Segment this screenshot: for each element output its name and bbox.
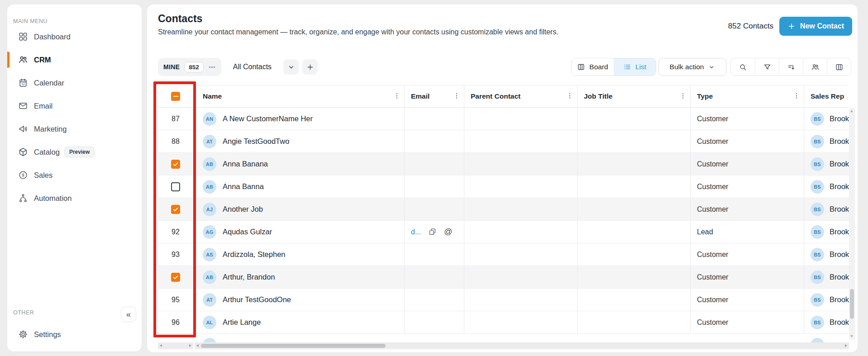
row-select-cell[interactable]: 87 xyxy=(158,108,194,130)
email-cell[interactable] xyxy=(405,266,464,288)
sidebar-item-crm[interactable]: CRM xyxy=(12,50,137,70)
table-row[interactable]: 95 AT Arthur TestGoodOne Customer BS Bro… xyxy=(158,289,849,311)
job-title-cell[interactable] xyxy=(577,243,691,266)
sidebar-item-email[interactable]: Email xyxy=(12,96,137,116)
more-options-icon[interactable] xyxy=(208,63,216,71)
copy-icon[interactable] xyxy=(428,228,437,236)
email-cell[interactable] xyxy=(405,130,464,152)
job-title-cell[interactable] xyxy=(577,266,691,288)
contact-name-cell[interactable]: AB Anna Banna xyxy=(194,176,405,198)
collection-dropdown-button[interactable] xyxy=(283,59,299,75)
column-header-name[interactable]: Name xyxy=(194,85,405,107)
list-view-tab[interactable]: List xyxy=(614,58,656,76)
sales-rep-cell[interactable]: BS Brook xyxy=(804,176,849,198)
column-header-type[interactable]: Type xyxy=(691,85,804,107)
type-cell[interactable]: Customer xyxy=(691,266,804,288)
sales-rep-cell[interactable]: BS Brook xyxy=(804,289,849,311)
type-cell[interactable]: Customer xyxy=(691,289,804,311)
parent-contact-cell[interactable] xyxy=(464,176,577,198)
row-select-cell[interactable]: 88 xyxy=(158,130,194,152)
job-title-cell[interactable] xyxy=(577,311,691,333)
contact-name-cell[interactable]: AS Ardizzola, Stephen xyxy=(194,243,405,266)
row-select-cell[interactable] xyxy=(158,266,194,288)
row-checkbox-checked[interactable] xyxy=(171,273,180,282)
job-title-cell[interactable] xyxy=(577,176,691,198)
email-cell[interactable] xyxy=(405,153,464,175)
type-cell[interactable]: Lead xyxy=(691,221,804,243)
sidebar-item-settings[interactable]: Settings xyxy=(12,324,137,344)
bulk-action-button[interactable]: Bulk action xyxy=(658,58,726,76)
email-cell[interactable] xyxy=(405,243,464,266)
parent-contact-cell[interactable] xyxy=(464,130,577,152)
contact-name-cell[interactable]: AJ Another Job xyxy=(194,198,405,220)
contact-name-cell[interactable]: AT Angie TestGoodTwo xyxy=(194,130,405,152)
type-cell[interactable]: Customer xyxy=(691,176,804,198)
column-header-email[interactable]: Email xyxy=(405,85,464,107)
sidebar-item-calendar[interactable]: 12 Calendar xyxy=(12,73,137,93)
column-menu-icon[interactable] xyxy=(793,92,800,100)
row-select-cell[interactable] xyxy=(158,198,194,220)
parent-contact-cell[interactable] xyxy=(464,243,577,266)
view-tab-mine[interactable]: MINE 852 xyxy=(158,58,221,76)
sales-rep-cell[interactable]: BS Brook xyxy=(804,108,849,130)
row-select-cell[interactable]: 96 xyxy=(158,311,194,333)
sidebar-item-dashboard[interactable]: Dashboard xyxy=(12,27,137,47)
job-title-cell[interactable] xyxy=(577,198,691,220)
parent-contact-cell[interactable] xyxy=(464,198,577,220)
collection-selector[interactable]: All Contacts xyxy=(233,63,272,71)
scroll-left-arrow[interactable] xyxy=(160,344,162,347)
email-cell[interactable] xyxy=(405,289,464,311)
contact-name-cell[interactable]: AB Anna Banana xyxy=(194,153,405,175)
board-view-tab[interactable]: Board xyxy=(572,58,614,76)
column-menu-icon[interactable] xyxy=(453,92,460,100)
sales-rep-cell[interactable]: BS Brook xyxy=(804,130,849,152)
sort-button[interactable] xyxy=(779,58,803,76)
table-row[interactable]: AJ Another Job Customer BS Brook xyxy=(158,198,849,221)
search-button[interactable] xyxy=(731,58,755,76)
sales-rep-cell[interactable]: BS Brook xyxy=(804,153,849,175)
type-cell[interactable]: Customer xyxy=(691,130,804,152)
row-select-cell[interactable]: 95 xyxy=(158,289,194,311)
table-row[interactable]: AB Anna Banna Customer BS Brook xyxy=(158,176,849,198)
parent-contact-cell[interactable] xyxy=(464,221,577,243)
horizontal-scrollbar[interactable] xyxy=(195,342,849,349)
sales-rep-cell[interactable]: BS Brook xyxy=(804,221,849,243)
table-row[interactable]: 96 AL Artie Lange Customer BS Brook xyxy=(158,311,849,334)
sidebar-item-catalog[interactable]: Catalog Preview xyxy=(12,142,137,162)
row-select-cell[interactable]: 92 xyxy=(158,221,194,243)
job-title-cell[interactable] xyxy=(577,289,691,311)
column-menu-icon[interactable] xyxy=(679,92,687,100)
horizontal-scrollbar-thumb[interactable] xyxy=(201,344,386,348)
table-row[interactable]: 87 AN A New CustomerName Her Customer BS… xyxy=(158,108,849,130)
add-view-button[interactable] xyxy=(302,59,318,75)
column-header-parent-contact[interactable]: Parent Contact xyxy=(464,85,577,107)
column-menu-icon[interactable] xyxy=(393,92,401,100)
parent-contact-cell[interactable] xyxy=(464,311,577,333)
column-header-sales-rep[interactable]: Sales Rep xyxy=(804,85,849,107)
frozen-column-scrollbar[interactable] xyxy=(158,342,193,349)
email-link[interactable]: d... xyxy=(411,228,421,236)
parent-contact-cell[interactable] xyxy=(464,153,577,175)
type-cell[interactable]: Customer xyxy=(691,198,804,220)
select-all-cell[interactable] xyxy=(158,85,194,107)
job-title-cell[interactable] xyxy=(577,221,691,243)
row-select-cell[interactable]: 93 xyxy=(158,243,194,266)
parent-contact-cell[interactable] xyxy=(464,289,577,311)
at-icon[interactable]: @ xyxy=(444,227,452,237)
email-cell[interactable]: d...@ xyxy=(405,221,464,243)
type-cell[interactable]: Customer xyxy=(691,108,804,130)
scroll-right-arrow[interactable] xyxy=(189,344,191,347)
row-select-cell[interactable] xyxy=(158,153,194,175)
sidebar-collapse-button[interactable]: « xyxy=(121,307,136,322)
table-row[interactable]: 93 AS Ardizzola, Stephen Customer BS Bro… xyxy=(158,243,849,266)
table-row[interactable]: AB Arthur, Brandon Customer BS Brook xyxy=(158,266,849,289)
scroll-right-arrow[interactable] xyxy=(845,344,847,347)
job-title-cell[interactable] xyxy=(577,108,691,130)
email-cell[interactable] xyxy=(405,176,464,198)
columns-button[interactable] xyxy=(827,58,851,76)
contact-name-cell[interactable]: AB Arthur, Brandon xyxy=(194,266,405,288)
sales-rep-cell[interactable]: BS Brook xyxy=(804,311,849,333)
type-cell[interactable]: Customer xyxy=(691,153,804,175)
assignees-button[interactable] xyxy=(803,58,827,76)
job-title-cell[interactable] xyxy=(577,153,691,175)
